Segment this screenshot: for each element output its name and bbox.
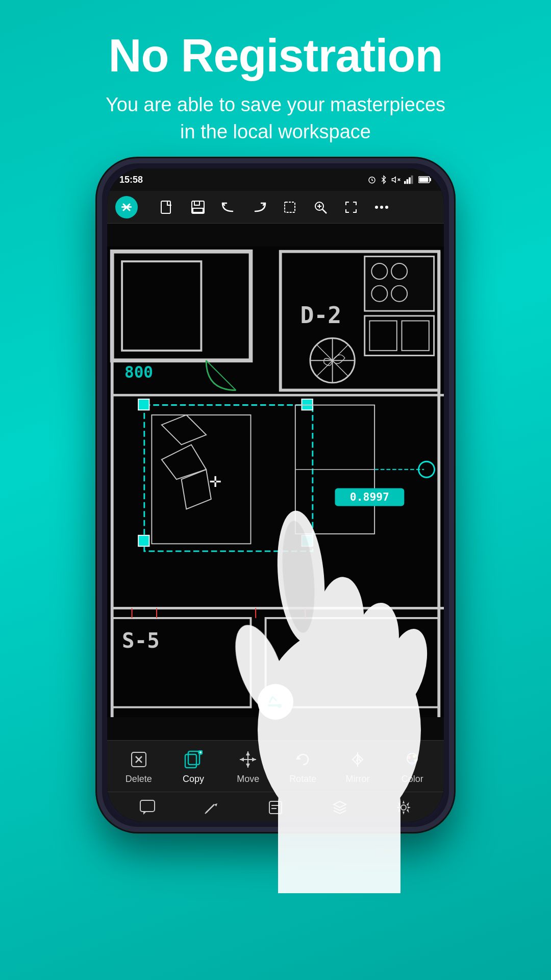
header-section: No Registration You are able to save you… xyxy=(0,0,551,161)
select-window-button[interactable] xyxy=(277,194,303,220)
svg-line-105 xyxy=(206,804,214,813)
layers-nav-icon xyxy=(332,799,348,816)
save-button[interactable] xyxy=(185,194,211,220)
alarm-icon xyxy=(367,175,377,184)
subtitle: You are able to save your masterpiecesin… xyxy=(0,91,551,145)
svg-text:D-2: D-2 xyxy=(300,302,342,329)
status-icons xyxy=(367,175,432,184)
bottom-toolbar: Delete Copy xyxy=(107,740,444,822)
svg-point-100 xyxy=(413,755,416,758)
svg-rect-13 xyxy=(161,201,170,213)
rotate-tool[interactable]: Rotate xyxy=(276,748,330,785)
svg-marker-3 xyxy=(392,177,396,183)
mirror-icon: A A xyxy=(346,748,369,771)
zoom-icon xyxy=(313,200,328,214)
edit2-nav-icon xyxy=(267,799,284,816)
app-toolbar xyxy=(107,191,444,224)
svg-rect-12 xyxy=(430,178,431,181)
bluetooth-icon xyxy=(380,175,388,184)
save-icon xyxy=(191,200,205,214)
copy-label: Copy xyxy=(183,774,204,785)
svg-rect-15 xyxy=(194,201,199,205)
phone-screen: 15:58 xyxy=(107,168,444,822)
svg-line-76 xyxy=(272,697,277,701)
comment-nav-icon xyxy=(139,799,156,816)
close-button[interactable] xyxy=(115,196,138,218)
select-window-icon xyxy=(283,200,297,214)
status-time: 15:58 xyxy=(119,175,143,185)
svg-line-75 xyxy=(269,697,272,703)
undo-button[interactable] xyxy=(215,194,242,220)
delete-icon xyxy=(128,748,150,771)
svg-marker-89 xyxy=(246,764,250,768)
svg-marker-111 xyxy=(334,801,346,807)
svg-point-24 xyxy=(385,206,388,209)
move-icon xyxy=(237,748,259,771)
svg-text:A: A xyxy=(356,755,361,763)
svg-line-107 xyxy=(205,812,207,814)
zoom-button[interactable] xyxy=(307,194,334,220)
svg-line-19 xyxy=(322,209,327,213)
main-title: No Registration xyxy=(0,31,551,81)
nav-comment[interactable] xyxy=(115,799,180,816)
svg-point-112 xyxy=(401,805,406,810)
phone-frame: 15:58 xyxy=(97,158,454,832)
svg-text:✛: ✛ xyxy=(209,474,221,490)
bottom-tools-row: Delete Copy xyxy=(107,741,444,792)
svg-rect-16 xyxy=(193,208,203,212)
more-icon xyxy=(374,205,389,209)
svg-rect-55 xyxy=(302,535,312,546)
svg-rect-52 xyxy=(138,399,149,410)
settings-nav-icon xyxy=(395,799,412,816)
cad-canvas[interactable]: D-2 800 xyxy=(107,224,444,740)
more-button[interactable] xyxy=(368,194,395,220)
redo-button[interactable] xyxy=(246,194,272,220)
copy-tool[interactable]: Copy xyxy=(166,748,220,785)
svg-rect-54 xyxy=(138,535,149,546)
svg-point-23 xyxy=(380,206,383,209)
nav-settings[interactable] xyxy=(371,799,436,816)
svg-rect-103 xyxy=(140,800,155,812)
nav-edit2[interactable] xyxy=(243,799,308,816)
phone-wrapper: 15:58 xyxy=(97,158,454,863)
fullscreen-button[interactable] xyxy=(338,194,364,220)
move-label: Move xyxy=(237,774,259,785)
rotate-icon xyxy=(292,748,314,771)
svg-point-77 xyxy=(278,704,282,708)
battery-icon xyxy=(418,176,432,184)
color-tool[interactable]: Color xyxy=(385,748,440,785)
svg-rect-11 xyxy=(419,178,429,182)
rotate-label: Rotate xyxy=(289,774,316,785)
svg-rect-14 xyxy=(192,201,204,213)
copy-icon xyxy=(182,748,205,771)
svg-rect-8 xyxy=(409,177,411,184)
pencil-nav-icon xyxy=(203,799,219,816)
svg-text:S-5: S-5 xyxy=(122,628,160,653)
delete-tool[interactable]: Delete xyxy=(111,748,166,785)
fab-edit-icon xyxy=(265,692,286,712)
svg-point-99 xyxy=(408,756,411,759)
fab-edit-button[interactable] xyxy=(258,684,293,720)
svg-rect-81 xyxy=(185,754,196,768)
mirror-label: Mirror xyxy=(345,774,369,785)
undo-icon xyxy=(221,200,236,214)
nav-layers[interactable] xyxy=(308,799,372,816)
new-doc-button[interactable] xyxy=(154,194,181,220)
svg-point-22 xyxy=(375,206,378,209)
svg-point-101 xyxy=(414,759,417,762)
color-icon xyxy=(401,748,423,771)
signal-icon xyxy=(404,175,415,184)
move-tool[interactable]: Move xyxy=(221,748,276,785)
svg-marker-91 xyxy=(252,757,256,762)
nav-pencil[interactable] xyxy=(180,799,244,816)
mirror-tool[interactable]: A A Mirror xyxy=(330,748,385,785)
svg-rect-6 xyxy=(404,181,406,184)
close-icon xyxy=(121,202,132,212)
svg-text:0.8997: 0.8997 xyxy=(350,491,389,503)
svg-rect-108 xyxy=(269,801,282,814)
delete-label: Delete xyxy=(126,774,152,785)
status-bar: 15:58 xyxy=(107,168,444,191)
svg-marker-90 xyxy=(240,757,244,762)
svg-point-102 xyxy=(411,762,414,765)
svg-marker-106 xyxy=(214,803,217,806)
